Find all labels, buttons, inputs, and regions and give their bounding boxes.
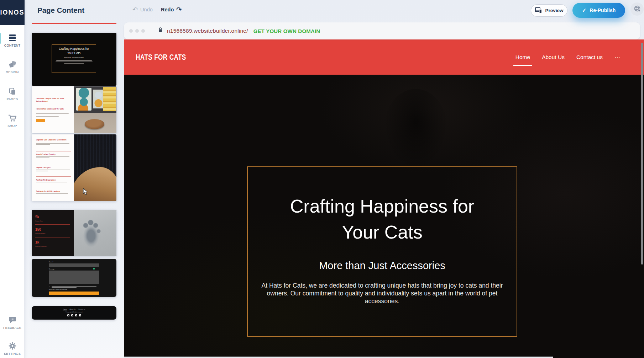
page-title: Page Content [37,6,84,15]
feedback-bubble-icon [8,316,17,324]
youtube-icon [75,314,77,316]
hero-title[interactable]: Crafting Happiness for Your Cats [248,167,517,245]
sidebar-item-shop[interactable]: SHOP [0,110,25,131]
background-cat-silhouette [384,89,448,171]
sidebar-item-feedback[interactable]: FEEDBACK [0,312,25,333]
website-preview: HATS FOR CATS Home About Us Contact us ⋯… [124,39,644,358]
thumb-form-message-textarea [49,271,99,284]
section-thumbnail-stats[interactable]: 5k Happy Cats 150 Unique Designs 1k Repe… [32,210,116,256]
hero-subtitle[interactable]: More than Just Accessories [248,260,517,272]
preview-bottom-edge [124,357,553,358]
cat-figure [85,119,104,129]
thumb-form-field-icon [93,268,95,269]
cat-fur-photo [74,134,116,201]
nav-more-icon[interactable]: ⋯ [614,54,621,60]
sidebar-item-pages[interactable]: PAGES [0,84,25,104]
thumb-discover-text-column: Discover Unique Hats for Your Feline Fri… [32,86,74,133]
section-thumbnail-hero[interactable]: Crafting Happiness for Your Cats More th… [32,33,116,86]
site-nav-home[interactable]: Home [515,54,530,60]
sidebar-item-content[interactable]: CONTENT [0,30,25,50]
thumb-stat-value: 1k [35,240,39,244]
design-swatches-icon [8,60,17,69]
devices-icon [535,7,542,14]
street-cat-photo [74,86,116,133]
gear-icon [8,342,17,350]
thumb-footer-social-icons [32,314,116,316]
preview-label: Preview [545,8,563,13]
section-thumbnail-collection[interactable]: Explore Our Exquisite Collection Hand-Cr… [32,134,116,201]
get-your-own-domain-link[interactable]: GET YOUR OWN DOMAIN [253,28,320,34]
sidebar-item-label: SHOP [7,124,17,128]
thumb-form-name-label: Name* [49,261,53,263]
paw-print-photo [74,210,116,256]
thumb-discover-paragraph-lines [36,113,69,117]
twitter-icon [71,314,73,316]
thumb-stat-label: Unique Designs [35,233,45,234]
thumb-collection-heading: Hand-Crafted Quality [36,153,71,155]
thumb-footer-copyright: ©Copyright. All rights reserved. [32,311,116,313]
site-hero-section: Crafting Happiness for Your Cats More th… [124,75,644,358]
thumb-collection-heading: Stylish Designs [36,166,71,169]
redo-label: Redo [161,7,174,12]
sidebar-item-settings[interactable]: SETTINGS [0,338,25,358]
thumb-collection-heading: Perfect Fit Guarantee [36,179,71,181]
globe-icon [633,5,641,14]
undo-arrow-icon: ↶ [132,6,138,13]
left-nav-rail: IONOS CONTENT DESIGN [0,0,25,358]
thumb-discover-subheading: Handcrafted Exclusively for Cats [36,108,70,110]
site-nav-contact[interactable]: Contact us [576,54,603,60]
thumb-stat-value: 150 [35,228,41,231]
thumb-form-required-note: Please fill in all the required fields [49,289,67,290]
thumb-hero-paragraph-lines [52,60,96,64]
thumb-stat-label: Happy Cats [35,220,43,222]
preview-button[interactable]: Preview [531,4,567,17]
sidebar-item-design[interactable]: DESIGN [0,57,25,77]
section-thumbnail-discover[interactable]: Discover Unique Hats for Your Feline Fri… [32,86,116,133]
section-thumbnail-contact-form[interactable]: Name* Message Please fill in all the req… [32,259,116,297]
thumb-form-checkbox [49,286,50,287]
window-dots-icon [129,29,145,33]
site-header: HATS FOR CATS Home About Us Contact us ⋯ [124,39,644,75]
thumb-hero-border-box: Crafting Happiness for Your Cats More th… [52,44,96,73]
site-logo[interactable]: HATS FOR CATS [136,53,186,62]
thumb-hero-title-line1: Crafting Happiness for [52,47,96,51]
thumb-form-message-label: Message [49,268,54,270]
thumb-form-consent-lines [52,285,97,288]
preview-browser-bar: n1566589.websitebuilder.online/ GET YOUR… [124,22,640,39]
republish-label: Re-Publish [590,7,616,13]
sidebar-item-label: CONTENT [4,44,21,47]
site-nav-about[interactable]: About Us [542,54,565,60]
preview-scrollbar[interactable] [641,43,643,265]
republish-button[interactable]: ✓ Re-Publish [572,3,625,18]
thumb-stat-value: 5k [35,215,39,219]
lock-icon [158,27,163,35]
sidebar-item-label: FEEDBACK [3,326,21,330]
undo-button[interactable]: ↶ Undo [132,6,153,13]
thumb-form-submit-button [49,292,99,295]
thumb-hero-subtitle: More than Just Accessories [52,57,96,59]
facebook-icon [67,314,69,316]
sidebar-item-label: PAGES [7,97,18,101]
thumb-footer-nav: Home About Us Contact us [32,308,116,310]
site-nav: Home About Us Contact us ⋯ [515,39,621,75]
hero-paragraph[interactable]: At Hats for Cats, we are dedicated to cr… [260,282,505,305]
redo-button[interactable]: Redo ↷ [161,6,182,13]
thumb-collection-heading: Explore Our Exquisite Collection [36,139,71,141]
thumb-hero-title-line2: Your Cats [52,51,96,55]
thumb-discover-button [36,119,45,122]
sidebar-item-label: DESIGN [6,70,19,74]
check-icon: ✓ [582,7,587,14]
ionos-website-builder: IONOS CONTENT DESIGN [0,0,644,358]
sidebar-item-label: SETTINGS [4,352,21,356]
redo-arrow-icon: ↷ [176,6,182,13]
hero-text-block[interactable]: Crafting Happiness for Your Cats More th… [247,166,517,337]
thumb-form-name-input [49,263,99,267]
instagram-icon [79,314,81,316]
site-url[interactable]: n1566589.websitebuilder.online/ [167,28,248,34]
ionos-logo: IONOS [0,0,25,25]
pages-icon [8,87,17,96]
thumb-collection-text-column: Explore Our Exquisite Collection Hand-Cr… [32,134,74,201]
language-globe-button[interactable] [630,2,644,16]
panel-accent-underline [32,23,116,24]
section-thumbnail-footer[interactable]: Home About Us Contact us ©Copyright. All… [32,306,116,320]
